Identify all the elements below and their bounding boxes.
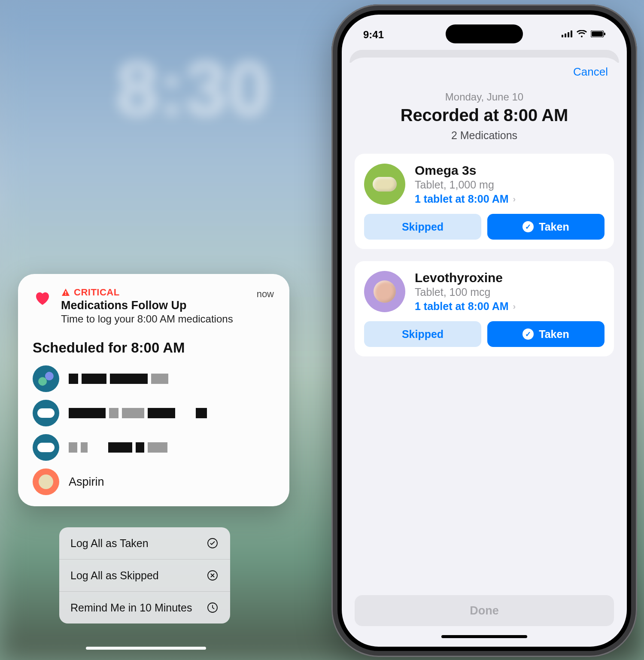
capsule-icon (33, 365, 59, 392)
notification-timestamp: now (257, 289, 274, 300)
tablet-icon (33, 434, 59, 461)
medication-name: Aspirin (69, 475, 104, 489)
log-all-taken-action[interactable]: Log All as Taken (59, 527, 230, 560)
medication-row[interactable] (33, 400, 275, 426)
action-label: Remind Me in 10 Minutes (70, 602, 192, 614)
svg-rect-13 (571, 30, 572, 37)
svg-rect-5 (37, 443, 55, 452)
redacted-medication-name (69, 442, 167, 453)
medication-dose: Tablet, 1,000 mg (415, 179, 516, 191)
lockscreen-clock: 8:30 (52, 47, 335, 127)
svg-rect-0 (65, 291, 66, 293)
status-time: 9:41 (363, 29, 384, 41)
svg-rect-16 (604, 33, 605, 35)
medication-row[interactable] (33, 365, 275, 392)
taken-button[interactable]: ✓ Taken (487, 321, 605, 347)
medication-dose: Tablet, 100 mcg (415, 286, 516, 298)
svg-rect-4 (37, 408, 55, 418)
medications-sheet: Cancel Monday, June 10 Recorded at 8:00 … (345, 58, 623, 643)
tablet-orange-icon (33, 468, 59, 495)
redacted-medication-name (69, 408, 207, 418)
skipped-button[interactable]: Skipped (364, 321, 481, 347)
check-circle-icon (206, 537, 219, 550)
notification-title: Medications Follow Up (61, 299, 275, 312)
svg-rect-11 (565, 33, 566, 37)
critical-label: CRITICAL (74, 287, 120, 298)
skipped-button[interactable]: Skipped (364, 214, 481, 240)
action-label: Log All as Skipped (70, 569, 159, 582)
sheet-title: Recorded at 8:00 AM (355, 106, 614, 125)
medication-notification-card[interactable]: CRITICAL Medications Follow Up Time to l… (18, 274, 289, 506)
medication-card: Omega 3s Tablet, 1,000 mg 1 tablet at 8:… (355, 154, 614, 249)
medication-row[interactable] (33, 434, 275, 461)
medication-schedule-link[interactable]: 1 tablet at 8:00 AM › (415, 300, 516, 313)
scheduled-title: Scheduled for 8:00 AM (33, 340, 275, 356)
home-indicator[interactable] (441, 635, 527, 638)
battery-icon (591, 30, 605, 39)
notification-action-sheet: Log All as Taken Log All as Skipped Remi… (59, 527, 230, 624)
cancel-button[interactable]: Cancel (573, 65, 608, 79)
clock-icon (206, 601, 219, 614)
remind-later-action[interactable]: Remind Me in 10 Minutes (59, 592, 230, 624)
log-all-skipped-action[interactable]: Log All as Skipped (59, 560, 230, 592)
chevron-right-icon: › (513, 194, 516, 204)
done-button[interactable]: Done (355, 595, 614, 626)
svg-rect-12 (568, 32, 569, 37)
chevron-right-icon: › (513, 301, 516, 311)
phone-frame: 9:41 Cancel Monday, June 10 (331, 4, 637, 657)
svg-point-6 (39, 474, 53, 489)
sheet-date: Monday, June 10 (355, 91, 614, 103)
sheet-subtitle: 2 Medications (355, 129, 614, 142)
action-label: Log All as Taken (70, 537, 149, 550)
svg-rect-10 (562, 35, 563, 37)
svg-rect-1 (65, 294, 66, 295)
medication-row[interactable]: Aspirin (33, 468, 275, 495)
phone-screen: 9:41 Cancel Monday, June 10 (342, 15, 627, 647)
notification-body: Time to log your 8:00 AM medications (61, 313, 275, 325)
health-heart-icon (33, 289, 52, 308)
home-indicator[interactable] (86, 647, 206, 650)
redacted-medication-name (69, 374, 168, 384)
medication-purple-icon (364, 271, 405, 312)
medication-green-icon (364, 164, 405, 205)
medication-schedule-link[interactable]: 1 tablet at 8:00 AM › (415, 193, 516, 205)
medication-name: Levothyroxine (415, 271, 516, 285)
check-circle-icon: ✓ (522, 221, 534, 232)
critical-badge: CRITICAL (61, 287, 275, 298)
cellular-signal-icon (562, 30, 573, 39)
tablet-icon (33, 400, 59, 426)
x-circle-icon (206, 569, 219, 582)
wifi-icon (577, 30, 587, 40)
dynamic-island (446, 24, 523, 43)
taken-button[interactable]: ✓ Taken (487, 214, 605, 240)
medication-card: Levothyroxine Tablet, 100 mcg 1 tablet a… (355, 261, 614, 356)
warning-icon (61, 288, 70, 297)
svg-rect-15 (592, 31, 603, 36)
medication-name: Omega 3s (415, 163, 516, 178)
check-circle-icon: ✓ (522, 328, 534, 340)
